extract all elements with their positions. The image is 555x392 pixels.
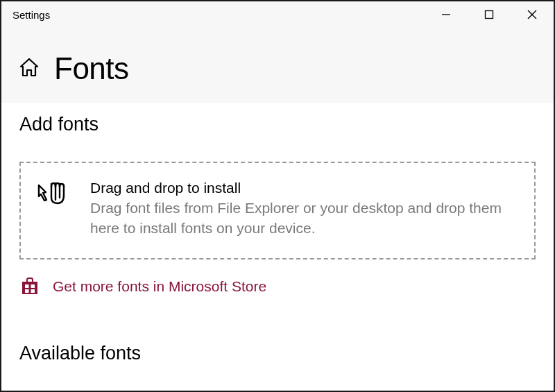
minimize-icon	[441, 10, 451, 19]
dropzone-description: Drag font files from File Explorer or yo…	[90, 198, 518, 239]
drag-drop-icon	[37, 181, 72, 213]
store-icon	[19, 275, 40, 298]
page-header: Fonts	[1, 28, 554, 103]
font-dropzone[interactable]: Drag and drop to install Drag font files…	[19, 162, 536, 259]
svg-rect-4	[25, 284, 29, 288]
close-icon	[527, 9, 538, 20]
svg-rect-7	[31, 289, 35, 293]
add-fonts-heading: Add fonts	[19, 114, 536, 135]
svg-rect-6	[25, 289, 29, 293]
window-title: Settings	[12, 9, 425, 21]
store-link-label: Get more fonts in Microsoft Store	[53, 278, 266, 295]
titlebar: Settings	[1, 1, 554, 28]
minimize-button[interactable]	[425, 1, 468, 28]
svg-rect-1	[486, 11, 493, 19]
dropzone-title: Drag and drop to install	[90, 180, 518, 196]
window-controls	[425, 1, 554, 28]
dropzone-text: Drag and drop to install Drag font files…	[90, 180, 518, 239]
store-link[interactable]: Get more fonts in Microsoft Store	[19, 275, 536, 298]
page-title: Fonts	[54, 51, 129, 86]
home-icon[interactable]	[18, 56, 40, 81]
content-area: Add fonts Drag and drop to install Drag …	[1, 103, 554, 364]
maximize-icon	[484, 10, 494, 19]
close-button[interactable]	[511, 1, 554, 28]
maximize-button[interactable]	[468, 1, 511, 28]
available-fonts-heading: Available fonts	[19, 343, 536, 364]
svg-rect-5	[31, 284, 35, 288]
